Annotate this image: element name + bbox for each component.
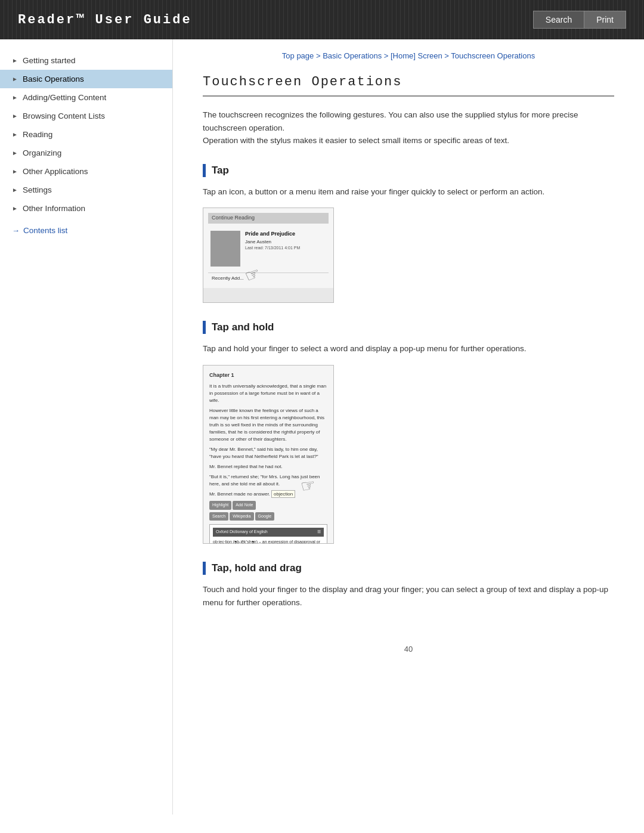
section-tap-hold-title: Tap and hold [203, 321, 614, 334]
breadcrumb: Top page > Basic Operations > [Home] Scr… [203, 51, 614, 60]
sidebar-item-basic-operations[interactable]: ► Basic Operations [0, 70, 172, 88]
arrow-right-icon: → [12, 226, 20, 235]
breadcrumb-basic-ops[interactable]: Basic Operations [323, 51, 382, 60]
highlight-menu-btn[interactable]: Highlight [209, 501, 231, 510]
taphold-para3: "My dear Mr. Bennet," said his lady, to … [209, 446, 327, 460]
print-button[interactable]: Print [584, 11, 626, 29]
breadcrumb-top-page[interactable]: Top page [282, 51, 314, 60]
chevron-right-icon: ► [12, 131, 18, 138]
taphold-context-menu: Highlight Add Note [209, 501, 327, 510]
tap-ss-last-read: Last read: 7/13/2011 4:01 PM [245, 246, 300, 250]
page-layout: ► Getting started ► Basic Operations ► A… [0, 39, 644, 815]
sidebar-item-other-applications[interactable]: ► Other Applications [0, 162, 172, 181]
sidebar-item-label: Other Information [23, 204, 85, 213]
add-note-menu-btn[interactable]: Add Note [233, 501, 256, 510]
wikipedia-menu-btn[interactable]: Wikipedia [230, 512, 253, 521]
taphold-dict-header: Oxford Dictionary of English ☰ [213, 528, 324, 537]
sidebar-item-label: Other Applications [23, 167, 88, 176]
intro-text: The touchscreen recognizes the following… [203, 109, 614, 147]
taphold-para1: It is a truth universally acknowledged, … [209, 383, 327, 404]
section-tap-label: Tap [212, 165, 229, 176]
tap-screenshot-inner: Continue Reading Pride and Prejudice Jan… [203, 208, 333, 288]
sidebar-item-other-information[interactable]: ► Other Information [0, 199, 172, 218]
section-tap-hold-desc: Tap and hold your finger to select a wor… [203, 342, 614, 355]
section-tap-hold-drag-title: Tap, hold and drag [203, 562, 614, 575]
sidebar-item-label: Organizing [23, 148, 61, 157]
section-bar-icon [203, 321, 206, 334]
chevron-right-icon: ► [12, 94, 18, 101]
tap-ss-header: Continue Reading [208, 213, 329, 224]
section-tap-title: Tap [203, 164, 614, 177]
chevron-right-icon: ► [12, 150, 18, 156]
section-bar-icon [203, 164, 206, 177]
search-menu-btn[interactable]: Search [209, 512, 228, 521]
chevron-right-icon: ► [12, 76, 18, 82]
search-button[interactable]: Search [533, 11, 584, 29]
tap-hold-screenshot-container: Chapter 1 It is a truth universally ackn… [203, 365, 614, 544]
tap-screenshot-container: Continue Reading Pride and Prejudice Jan… [203, 208, 614, 303]
tap-ss-author: Jane Austen [245, 239, 300, 245]
chevron-right-icon: ► [12, 205, 18, 212]
contents-list-link[interactable]: → Contents list [0, 218, 172, 243]
page-title: Touchscreen Operations [203, 75, 614, 97]
taphold-chapter: Chapter 1 [209, 371, 327, 380]
section-tap-and-hold: Tap and hold Tap and hold your finger to… [203, 321, 614, 544]
header-buttons: Search Print [533, 11, 626, 29]
breadcrumb-sep1: > [314, 51, 323, 60]
google-menu-btn[interactable]: Google [255, 512, 275, 521]
sidebar: ► Getting started ► Basic Operations ► A… [0, 39, 173, 815]
taphold-dict-icon: ☰ [317, 529, 321, 535]
main-content: Top page > Basic Operations > [Home] Scr… [173, 39, 644, 815]
intro-line1: The touchscreen recognizes the following… [203, 109, 614, 134]
tap-ss-thumb-image [210, 231, 240, 267]
section-tap-desc: Tap an icon, a button or a menu item and… [203, 185, 614, 199]
sidebar-item-label: Reading [23, 130, 52, 139]
sidebar-item-label: Getting started [23, 56, 76, 65]
tap-ss-footer: Recently Add... [208, 272, 329, 283]
breadcrumb-touchscreen-ops[interactable]: Touchscreen Operations [451, 51, 535, 60]
chevron-right-icon: ► [12, 168, 18, 175]
taphold-para2: However little known the feelings or vie… [209, 407, 327, 443]
taphold-para4: Mr. Bennet replied that he had not. [209, 463, 327, 470]
tap-ss-content: Pride and Prejudice Jane Austen Last rea… [208, 228, 329, 269]
taphold-dict-entry: ob·jec·tion (əb-jĕkʼshən) – an expressio… [213, 539, 324, 544]
chevron-right-icon: ► [12, 187, 18, 193]
section-tap-hold-drag-label: Tap, hold and drag [212, 562, 302, 574]
sidebar-item-adding-content[interactable]: ► Adding/Getting Content [0, 88, 172, 107]
chevron-right-icon: ► [12, 113, 18, 119]
section-tap-hold-drag-desc: Touch and hold your finger to the displa… [203, 583, 614, 609]
header: Reader™ User Guide Search Print [0, 0, 644, 39]
tap-hold-screenshot: Chapter 1 It is a truth universally ackn… [203, 365, 334, 544]
sidebar-item-label: Browsing Content Lists [23, 112, 105, 120]
taphold-dictionary-panel: Oxford Dictionary of English ☰ ob·jec·ti… [209, 524, 327, 544]
sidebar-item-settings[interactable]: ► Settings [0, 181, 172, 199]
taphold-highlighted-word: objection [271, 490, 295, 498]
sidebar-item-label: Adding/Getting Content [23, 93, 106, 102]
tap-screenshot: Continue Reading Pride and Prejudice Jan… [203, 208, 334, 303]
sidebar-item-getting-started[interactable]: ► Getting started [0, 51, 172, 70]
breadcrumb-home-screen[interactable]: [Home] Screen [391, 51, 442, 60]
taphold-screenshot-inner: Chapter 1 It is a truth universally ackn… [203, 366, 333, 544]
taphold-dict-title: Oxford Dictionary of English [216, 529, 268, 535]
sidebar-item-label: Settings [23, 185, 52, 194]
section-bar-icon [203, 562, 206, 575]
breadcrumb-sep3: > [442, 51, 451, 60]
sidebar-item-browsing-content[interactable]: ► Browsing Content Lists [0, 107, 172, 125]
section-tap-hold-drag: Tap, hold and drag Touch and hold your f… [203, 562, 614, 609]
app-title: Reader™ User Guide [18, 13, 192, 27]
section-tap: Tap Tap an icon, a button or a menu item… [203, 164, 614, 304]
sidebar-item-reading[interactable]: ► Reading [0, 125, 172, 144]
sidebar-item-organizing[interactable]: ► Organizing [0, 144, 172, 162]
contents-link-label: Contents list [23, 226, 67, 235]
section-tap-hold-label: Tap and hold [212, 321, 274, 333]
page-number: 40 [203, 633, 614, 654]
breadcrumb-sep2: > [382, 51, 391, 60]
taphold-context-menu-2: Search Wikipedia Google [209, 512, 327, 521]
chevron-right-icon: ► [12, 57, 18, 64]
tap-ss-book-title: Pride and Prejudice [245, 231, 300, 237]
sidebar-item-label: Basic Operations [23, 75, 84, 83]
intro-line2: Operation with the stylus makes it easie… [203, 134, 614, 147]
tap-ss-info: Pride and Prejudice Jane Austen Last rea… [245, 231, 300, 267]
